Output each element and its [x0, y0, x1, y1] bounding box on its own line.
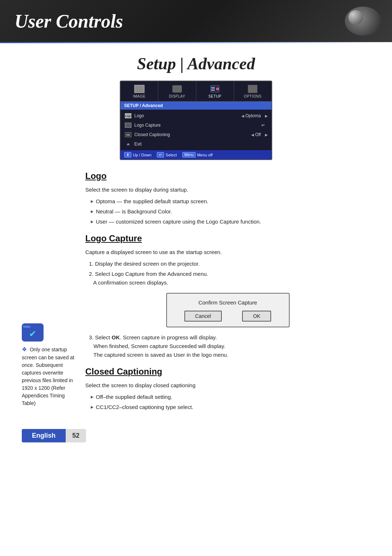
exit-icon: ⏏	[124, 141, 132, 147]
updown-btn: ⬆	[124, 152, 131, 158]
page-content: Setup | Advanced IMAGE DISPLAY	[0, 43, 392, 464]
menu-tabs: IMAGE DISPLAY	[121, 81, 271, 102]
section-subtitle: Setup | Advanced	[22, 54, 370, 73]
menu-row-closed-captioning[interactable]: CC Closed Captioning ◀ Off ▶	[121, 130, 271, 139]
logo-intro: Select the screen to display during star…	[85, 185, 370, 194]
step-3: 3. Select OK. Screen capture in progress…	[89, 333, 370, 359]
tab-setup-label: SETUP	[208, 94, 221, 98]
cc-bullet-2: CC1/CC2–closed captioning type select.	[91, 403, 370, 412]
menu-footer: ⬆ Up / Down ↵ Select Menu Menu off	[121, 150, 271, 159]
cc-left-arrow: ◀	[251, 133, 254, 137]
tab-options[interactable]: OPTIONS	[234, 81, 271, 101]
menu-breadcrumb: SETUP / Advanced	[121, 102, 271, 110]
cc-bullet-1: Off–the supplied default setting.	[91, 393, 370, 401]
logo-heading: Logo	[85, 171, 370, 181]
select-btn: ↵	[157, 152, 164, 158]
cc-icon: CC	[124, 132, 132, 138]
menu-body: Logo Logo ◀ Optoma ▶ Logo Capture ↵ CC C…	[121, 110, 271, 150]
logo-capture-heading: Logo Capture	[85, 233, 370, 244]
setup-icon	[210, 85, 220, 93]
menu-row-exit[interactable]: ⏏ Exit	[121, 139, 271, 149]
cc-bullets: Off–the supplied default setting. CC1/CC…	[91, 393, 370, 412]
logo-capture-icon	[124, 122, 132, 128]
logo-value: Optoma	[244, 113, 262, 118]
logo-right-arrow: ▶	[265, 114, 268, 118]
note-bullet-icon: ❖	[22, 346, 27, 352]
tab-display-label: DISPLAY	[169, 94, 185, 98]
confirm-dialog-title: Confirm Screen Capture	[174, 299, 282, 306]
tab-setup[interactable]: SETUP	[196, 81, 234, 101]
confirm-dialog: Confirm Screen Capture Cancel OK	[166, 293, 290, 327]
logo-capture-enter: ↵	[261, 123, 265, 128]
menu-screenshot: IMAGE DISPLAY	[120, 81, 272, 160]
page-footer: English 52	[22, 426, 370, 442]
logo-bullet-1: Optoma — the supplied default startup sc…	[91, 197, 370, 206]
main-text-content: Logo Select the screen to display during…	[85, 171, 370, 415]
tab-image[interactable]: IMAGE	[121, 81, 158, 101]
header-logo-image	[345, 7, 381, 36]
tab-display[interactable]: DISPLAY	[158, 81, 196, 101]
options-icon	[248, 85, 258, 93]
cc-label: Closed Captioning	[134, 132, 251, 137]
checkmark-icon: ✔	[29, 329, 36, 339]
step-2: 2. Select Logo Capture from the Advanced…	[89, 270, 370, 287]
tab-options-label: OPTIONS	[244, 94, 262, 98]
logo-left-arrow: ◀	[241, 114, 244, 118]
logo-bullet-2: Neutral — is Background Color.	[91, 207, 370, 216]
select-label: Select	[166, 153, 177, 157]
side-note: ✔ ❖ Only one startup screen can be saved…	[22, 171, 85, 415]
menu-row-logo[interactable]: Logo Logo ◀ Optoma ▶	[121, 111, 271, 120]
exit-label: Exit	[134, 142, 268, 147]
image-icon	[134, 85, 144, 93]
note-badge: ✔	[22, 323, 44, 342]
logo-bullets: Optoma — the supplied default startup sc…	[91, 197, 370, 226]
page-header: User Controls	[0, 0, 392, 42]
menu-btn: Menu	[182, 152, 196, 158]
updown-label: Up / Down	[133, 153, 151, 157]
footer-language: English	[22, 429, 66, 442]
footer-page-number: 52	[66, 429, 86, 442]
content-area: ✔ ❖ Only one startup screen can be saved…	[22, 171, 370, 415]
logo-capture-label: Logo Capture	[134, 123, 261, 128]
footer-updown: ⬆ Up / Down	[124, 152, 151, 158]
logo-label: Logo	[134, 113, 241, 118]
menu-row-logo-capture[interactable]: Logo Capture ↵	[121, 120, 271, 130]
step-3-container: 3. Select OK. Screen capture in progress…	[89, 333, 370, 359]
menuoff-label: Menu off	[197, 153, 213, 157]
logo-capture-intro: Capture a displayed screen to use as the…	[85, 248, 370, 257]
cc-right-arrow: ▶	[265, 133, 268, 137]
tab-image-label: IMAGE	[133, 94, 146, 98]
cc-value: Off	[254, 132, 262, 137]
step-1: 1. Display the desired screen on the pro…	[89, 259, 370, 268]
ok-button[interactable]: OK	[242, 311, 271, 322]
logo-bullet-3: User — customized screen capture using t…	[91, 217, 370, 226]
closed-captioning-intro: Select the screen to display closed capt…	[85, 381, 370, 390]
logo-icon: Logo	[124, 113, 132, 119]
logo-capture-steps: 1. Display the desired screen on the pro…	[89, 259, 370, 287]
display-icon	[172, 85, 182, 93]
footer-menuoff: Menu Menu off	[182, 152, 213, 158]
closed-captioning-heading: Closed Captioning	[85, 367, 370, 377]
footer-select: ↵ Select	[157, 152, 177, 158]
note-text: ❖ Only one startup screen can be saved a…	[22, 345, 78, 407]
page-title: User Controls	[15, 11, 123, 32]
cancel-button[interactable]: Cancel	[184, 311, 222, 322]
confirm-dialog-buttons: Cancel OK	[174, 311, 282, 322]
